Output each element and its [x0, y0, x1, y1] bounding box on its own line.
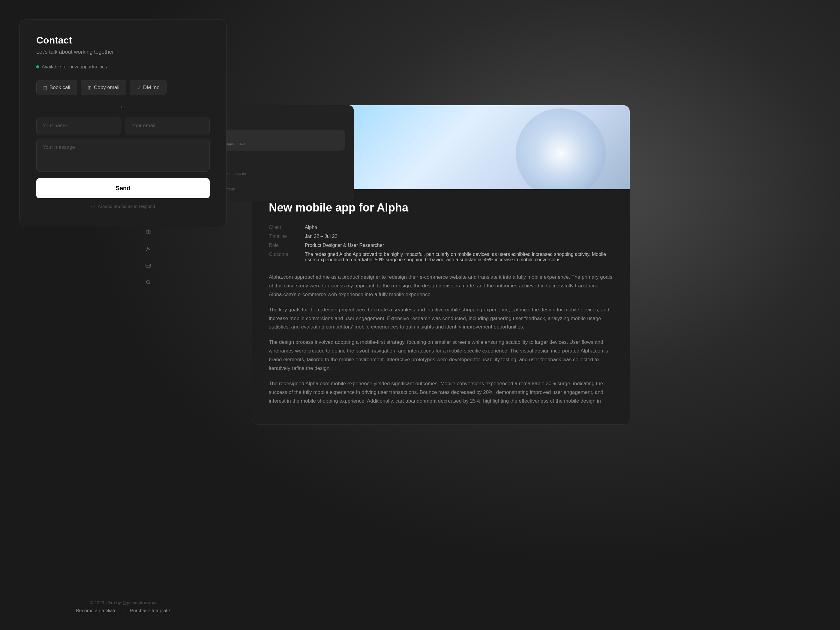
- response-time: ⏱ Around 3-5 hours to respond: [36, 204, 210, 209]
- detail-paragraph-2: The key goals for the redesign project w…: [269, 306, 613, 332]
- client-value: Alpha: [305, 225, 613, 230]
- dm-me-icon: ✓: [137, 85, 141, 91]
- purchase-link[interactable]: Purchase template: [130, 608, 170, 614]
- footer-dot: ·: [123, 608, 124, 614]
- contact-title: Contact: [36, 35, 210, 46]
- name-input[interactable]: [36, 117, 121, 134]
- or-divider: or: [36, 104, 210, 109]
- detail-paragraph-1: Alpha.com approached me as a product des…: [269, 273, 613, 299]
- timeline-label: Timeline: [269, 234, 305, 239]
- copy-email-button[interactable]: ⊞ Copy email: [81, 80, 126, 95]
- message-textarea[interactable]: [36, 139, 210, 172]
- detail-image-orb: [516, 108, 606, 189]
- client-label: Client: [269, 225, 305, 230]
- clock-icon: ⏱: [91, 204, 95, 209]
- contact-subtitle: Let's talk about working together: [36, 49, 210, 55]
- action-buttons-group: ⊡ Book call ⊞ Copy email ✓ DM me: [36, 80, 210, 95]
- mail-icon[interactable]: [144, 261, 152, 270]
- detail-paragraph-4: The redesigned Alpha.com mobile experien…: [269, 379, 613, 406]
- detail-content: New mobile app for Alpha Client Alpha Ti…: [252, 189, 630, 424]
- svg-rect-7: [146, 264, 151, 267]
- footer-copyright: © 2023 Ultra by @justinmfarrugia: [19, 600, 226, 605]
- outcome-value: The redesigned Alpha App proved to be hi…: [305, 252, 613, 262]
- footer: © 2023 Ultra by @justinmfarrugia Become …: [19, 600, 226, 614]
- availability-indicator: Available for new opportunities: [36, 64, 210, 69]
- outcome-label: Outcome: [269, 252, 305, 262]
- dm-me-button[interactable]: ✓ DM me: [130, 80, 166, 95]
- footer-links: Become an affiliate · Purchase template: [19, 608, 226, 614]
- email-input[interactable]: [125, 117, 210, 134]
- availability-dot: [36, 65, 39, 68]
- form-name-email-row: [36, 117, 210, 134]
- detail-paragraph-3: The design process involved adopting a m…: [269, 338, 613, 373]
- search-icon[interactable]: [144, 278, 152, 286]
- contact-card: Contact Let's talk about working togethe…: [19, 19, 226, 227]
- book-call-button[interactable]: ⊡ Book call: [36, 80, 77, 95]
- role-value: Product Designer & User Researcher: [305, 243, 613, 248]
- globe-icon[interactable]: [144, 228, 152, 236]
- copy-email-icon: ⊞: [88, 85, 92, 91]
- person-icon[interactable]: [144, 245, 152, 253]
- role-label: Role: [269, 243, 305, 248]
- detail-meta: Client Alpha Timeline Jan 22 – Jul 22 Ro…: [269, 225, 613, 262]
- send-button[interactable]: Send: [36, 178, 210, 198]
- availability-text: Available for new opportunities: [42, 64, 107, 69]
- detail-title: New mobile app for Alpha: [269, 201, 613, 214]
- svg-point-6: [147, 247, 149, 249]
- timeline-value: Jan 22 – Jul 22: [305, 234, 613, 239]
- book-call-icon: ⊡: [43, 85, 47, 91]
- affiliate-link[interactable]: Become an affiliate: [76, 608, 117, 614]
